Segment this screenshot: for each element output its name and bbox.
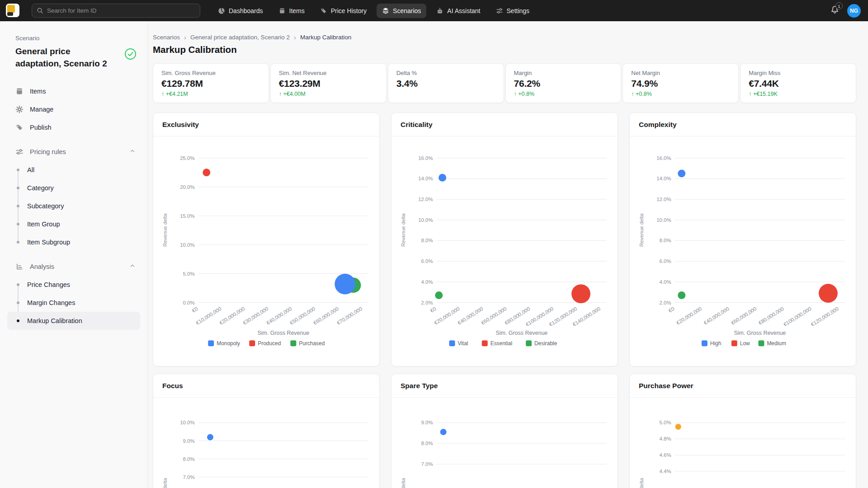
scenario-section-label: Scenario xyxy=(0,35,147,42)
sidebar-item-item-subgroup[interactable]: Item Subgroup xyxy=(7,233,140,251)
purchase-power-scatter-chart: 5.0%4.8%4.6%4.4%Revenue delta xyxy=(630,398,856,488)
svg-text:€40,000,000: €40,000,000 xyxy=(703,306,730,326)
sidebar-group-pricing-rules[interactable]: Pricing rules xyxy=(0,143,147,161)
svg-text:Medium: Medium xyxy=(767,340,786,347)
breadcrumb-current: Markup Calibration xyxy=(300,34,351,41)
complexity-scatter-chart: 16.0%14.0%12.0%10.0%8.0%6.0%4.0%2.0%€0€2… xyxy=(630,136,856,364)
nav-settings[interactable]: Settings xyxy=(491,4,535,18)
nav-ai-assistant[interactable]: AI Assistant xyxy=(431,4,486,18)
chevron-up-icon[interactable] xyxy=(129,148,136,156)
notifications-button[interactable]: 1 xyxy=(830,5,839,16)
sidebar-item-price-changes[interactable]: Price Changes xyxy=(7,276,140,294)
sidebar-item-subcategory[interactable]: Subcategory xyxy=(7,197,140,215)
search-box[interactable] xyxy=(32,4,200,18)
bullet-icon xyxy=(17,223,19,225)
svg-text:10.0%: 10.0% xyxy=(656,217,671,223)
breadcrumb: Scenarios › General price adaptation, Sc… xyxy=(153,34,856,41)
svg-text:Vital: Vital xyxy=(458,340,468,347)
svg-text:16.0%: 16.0% xyxy=(418,155,433,161)
bullet-icon xyxy=(17,241,19,244)
nav-scenarios[interactable]: Scenarios xyxy=(377,4,426,18)
sidebar-item-markup-calibration[interactable]: Markup Calibration xyxy=(7,312,140,330)
chart-title: Complexity xyxy=(639,121,677,128)
svg-text:14.0%: 14.0% xyxy=(418,176,433,181)
logo-dark-square xyxy=(7,12,13,16)
svg-text:6.0%: 6.0% xyxy=(660,258,671,264)
kpi-margin: Margin 76.2% ↑ +0.8% xyxy=(505,63,622,103)
sidebar-group-analysis[interactable]: Analysis xyxy=(0,258,147,276)
breadcrumb-scenario-name[interactable]: General price adaptation, Scenario 2 xyxy=(190,34,290,41)
svg-text:High: High xyxy=(710,340,722,347)
svg-text:16.0%: 16.0% xyxy=(656,155,671,161)
chevron-right-icon: › xyxy=(294,34,296,41)
nav-items[interactable]: Items xyxy=(273,4,310,18)
sidebar-item-all[interactable]: All xyxy=(7,161,140,179)
svg-text:2.0%: 2.0% xyxy=(421,300,433,305)
svg-text:Revenue delta: Revenue delta xyxy=(162,478,168,488)
svg-text:7.0%: 7.0% xyxy=(183,474,195,480)
svg-text:Revenue delta: Revenue delta xyxy=(639,213,644,247)
sidebar-item-margin-changes[interactable]: Margin Changes xyxy=(7,294,140,312)
svg-text:0.0%: 0.0% xyxy=(183,300,195,305)
svg-text:5.0%: 5.0% xyxy=(183,271,195,277)
robot-icon xyxy=(436,7,443,14)
svg-text:Purchased: Purchased xyxy=(299,340,325,347)
svg-text:Low: Low xyxy=(740,340,750,347)
exclusivity-scatter-chart: 25.0%20.0%15.0%10.0%5.0%0.0%€0€10,000,00… xyxy=(153,136,379,364)
svg-text:€0: €0 xyxy=(429,306,437,314)
svg-text:4.4%: 4.4% xyxy=(660,469,671,474)
bullet-icon xyxy=(17,319,19,322)
nav-price-history[interactable]: Price History xyxy=(315,4,372,18)
svg-text:20.0%: 20.0% xyxy=(180,184,194,190)
sidebar-item-category[interactable]: Category xyxy=(7,179,140,197)
svg-text:10.0%: 10.0% xyxy=(180,420,194,425)
dashboards-icon xyxy=(218,7,225,14)
kpi-sim-gross-revenue: Sim. Gross Revenue €129.78M ↑ +€4.21M xyxy=(153,63,269,103)
svg-text:€30,000,000: €30,000,000 xyxy=(242,306,269,326)
svg-text:8.0%: 8.0% xyxy=(183,456,195,462)
tag-icon xyxy=(15,123,24,131)
app-logo-icon[interactable] xyxy=(6,4,19,17)
chevron-up-icon[interactable] xyxy=(129,263,136,271)
search-input[interactable] xyxy=(47,7,195,14)
svg-text:6.0%: 6.0% xyxy=(421,258,433,264)
svg-text:€20,000,000: €20,000,000 xyxy=(433,306,460,326)
nav-dashboards[interactable]: Dashboards xyxy=(212,4,269,18)
sidebar-item-items[interactable]: Items xyxy=(0,82,147,100)
svg-text:5.0%: 5.0% xyxy=(660,420,671,425)
sidebar-item-publish[interactable]: Publish xyxy=(0,118,147,136)
sidebar-item-manage[interactable]: Manage xyxy=(0,100,147,118)
svg-text:4.0%: 4.0% xyxy=(421,279,433,285)
svg-text:Monopoly: Monopoly xyxy=(217,340,240,347)
svg-text:12.0%: 12.0% xyxy=(656,197,671,202)
scenario-title: General price adaptation, Scenario 2 xyxy=(15,45,117,70)
chart-card-purchase-power: Purchase Power 5.0%4.8%4.6%4.4%Revenue d… xyxy=(629,374,856,488)
svg-text:€40,000,000: €40,000,000 xyxy=(265,306,292,326)
topbar: Dashboards Items Price History Scenarios… xyxy=(0,0,868,21)
charts-grid: Exclusivity 25.0%20.0%15.0%10.0%5.0%0.0%… xyxy=(153,113,856,488)
svg-text:2.0%: 2.0% xyxy=(660,300,671,305)
check-circle-icon xyxy=(124,48,137,62)
svg-text:€70,000,000: €70,000,000 xyxy=(336,306,363,326)
svg-text:4.6%: 4.6% xyxy=(660,452,671,458)
main-nav: Dashboards Items Price History Scenarios… xyxy=(212,0,535,21)
sliders-icon xyxy=(15,148,24,156)
chevron-right-icon: › xyxy=(184,34,186,41)
bullet-icon xyxy=(17,205,19,207)
svg-text:€100,000,000: €100,000,000 xyxy=(783,306,812,327)
chart-card-complexity: Complexity 16.0%14.0%12.0%10.0%8.0%6.0%4… xyxy=(629,113,856,366)
bullet-icon xyxy=(17,169,19,171)
chart-title: Focus xyxy=(162,382,183,389)
svg-text:10.0%: 10.0% xyxy=(180,242,194,248)
svg-text:€60,000,000: €60,000,000 xyxy=(480,306,507,326)
svg-text:€0: €0 xyxy=(191,306,199,314)
svg-text:12.0%: 12.0% xyxy=(418,197,433,202)
sidebar-item-item-group[interactable]: Item Group xyxy=(7,215,140,233)
kpi-net-margin: Net Margin 74.9% ↑ +0.8% xyxy=(623,63,739,103)
avatar[interactable]: NG xyxy=(847,4,861,18)
chart-card-spare-type: Spare Type 9.0%8.0%7.0%Revenue delta xyxy=(391,374,618,488)
breadcrumb-scenarios[interactable]: Scenarios xyxy=(153,34,180,41)
chart-card-focus: Focus 10.0%9.0%8.0%7.0%Revenue delta xyxy=(153,374,380,488)
svg-text:8.0%: 8.0% xyxy=(421,441,433,446)
svg-text:Revenue delta: Revenue delta xyxy=(401,213,406,247)
